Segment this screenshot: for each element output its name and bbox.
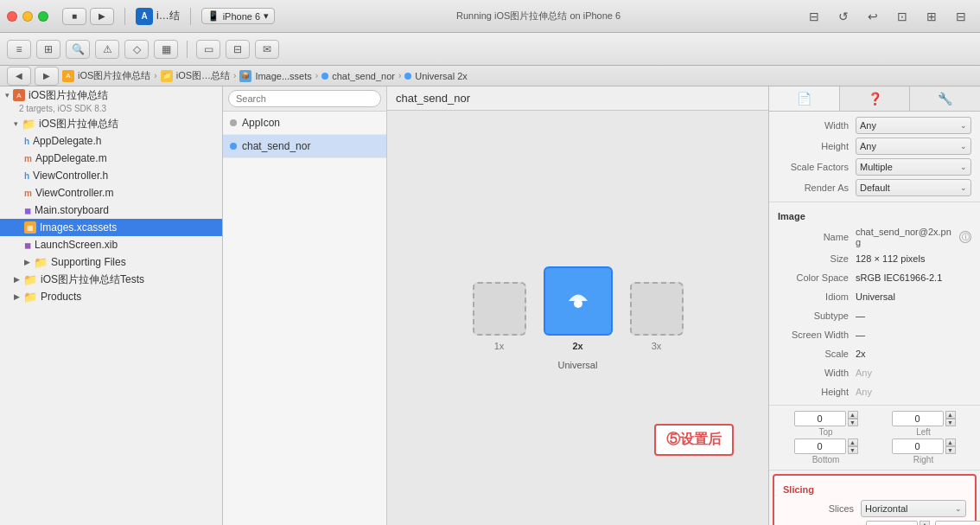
storyboard-icon: ◼ [24,206,31,215]
toolbar-split2-btn[interactable]: ⊟ [226,40,250,59]
breadcrumb-asset[interactable]: chat_send_nor [321,71,395,81]
breadcrumb-project[interactable]: A iOS图片拉伸总结 [62,69,150,82]
top-input[interactable] [794,411,846,426]
h-icon2: h [24,171,29,181]
slices-label: Slices [783,503,861,514]
width-select[interactable]: Any ⌄ [856,117,971,134]
titlebar-divider [124,8,125,25]
scale-label: Scale [778,349,856,359]
toolbar-mail-btn[interactable]: ✉ [255,40,279,59]
tab-identity-inspector[interactable]: 🔧 [910,86,980,111]
toolbar-grid-btn[interactable]: ⊞ [36,40,60,59]
render-as-value: Default [860,182,890,193]
chevron-down-icon4: ⌄ [960,183,967,192]
slot-box-3x[interactable] [630,282,684,336]
sidebar-item-appdelegate-m[interactable]: m AppDelegate.m [0,150,222,167]
sidebar-item-project[interactable]: ▾ A iOS图片拉伸总结 [0,86,222,104]
inspector-toggle-btn[interactable]: ⊡ [890,8,914,25]
toolbar-search-btn[interactable]: 🔍 [66,40,90,59]
left-stepper-up[interactable]: ▲ [945,411,956,419]
left-stepper-down[interactable]: ▼ [945,419,956,426]
sidebar-item-group[interactable]: ▾ 📁 iOS图片拉伸总结 [0,115,222,132]
xcassets-icon2: ▦ [24,221,36,234]
top-stepper-down[interactable]: ▼ [848,419,858,426]
slicing-left-input[interactable] [866,521,918,525]
scale-factors-select[interactable]: Multiple ⌄ [856,158,971,176]
minimize-button[interactable] [22,11,33,22]
render-as-select[interactable]: Default ⌄ [856,179,971,196]
sidebar-item-products[interactable]: ▶ 📁 Products [0,288,222,305]
main-area: ▾ A iOS图片拉伸总结 2 targets, iOS SDK 8.3 ▾ 📁… [0,86,980,525]
scheme-selector[interactable]: 📱 iPhone 6 ▾ [201,8,275,24]
asset-item-chat-send-nor[interactable]: chat_send_nor [223,135,386,158]
align-input-right: ▲ ▼ [892,439,956,454]
sidebar-item-tests[interactable]: ▶ 📁 iOS图片拉伸总结Tests [0,271,222,288]
breadcrumb-back-btn[interactable]: ◀ [7,67,31,86]
sidebar-group-label: iOS图片拉伸总结 [39,117,217,131]
top-stepper-up[interactable]: ▲ [848,411,858,419]
right-input[interactable] [892,439,944,454]
chevron-down-icon5: ⌄ [955,504,962,513]
height-select[interactable]: Any ⌄ [856,138,971,155]
sidebar-project-subtitle: 2 targets, iOS SDK 8.3 [0,104,222,115]
asset-item-appicon[interactable]: AppIcon [223,112,386,135]
sidebar-item-xib[interactable]: ◼ LaunchScreen.xib [0,236,222,253]
breadcrumb-group[interactable]: 📁 iOS图…总结 [161,69,230,82]
sidebar-item-supporting[interactable]: ▶ 📁 Supporting Files [0,253,222,271]
sidebar-item-storyboard[interactable]: ◼ Main.storyboard [0,202,222,219]
titlebar: ■ ▶ A i…结 📱 iPhone 6 ▾ Running iOS图片拉伸总结… [0,0,980,33]
asset-name-appicon: AppIcon [242,117,280,129]
toolbar-nav-btn[interactable]: ≡ [7,40,31,59]
bottom-stepper-up[interactable]: ▲ [848,439,858,446]
refresh-btn[interactable]: ↺ [831,8,856,25]
close-button[interactable] [7,11,17,22]
breadcrumb-forward-btn[interactable]: ▶ [35,67,59,86]
idiom-label: Idiom [778,291,856,302]
breadcrumb-arrow3: › [315,71,318,80]
asset-search-input[interactable] [228,90,381,107]
right-stepper-down[interactable]: ▼ [945,446,956,454]
bottom-input[interactable] [794,439,846,454]
left-input[interactable] [892,411,944,426]
sidebar-item-viewcontroller-m[interactable]: m ViewController.m [0,184,222,202]
toolbar-split-btn[interactable]: ▭ [196,40,220,59]
utilities-toggle-btn[interactable]: ⊟ [949,8,973,25]
tab-help-inspector[interactable]: ❓ [840,86,911,111]
folder-icon2: 📁 [34,256,48,269]
tab-file-inspector[interactable]: 📄 [769,86,840,111]
slot-box-1x[interactable] [473,282,526,336]
stop-button[interactable]: ■ [62,8,86,25]
toolbar-list-btn[interactable]: ▦ [154,40,178,59]
task-title: Running iOS图片拉伸总结 on iPhone 6 [456,10,620,22]
chevron-down-icon3: ⌄ [960,163,967,171]
info-icon[interactable]: ⓘ [959,231,971,243]
navigator-toggle-btn[interactable]: ⊞ [920,8,944,25]
alignment-grid: ▲ ▼ Top ▲ ▼ Left [769,409,980,466]
panel-toggle-btn[interactable]: ⊟ [802,8,826,25]
scheme-icon: 📱 [207,10,220,22]
toolbar-separator [187,41,188,58]
slicing-left-up[interactable]: ▲ [920,521,930,525]
breadcrumb-xcassets[interactable]: 📦 Image...ssets [239,70,311,82]
toolbar-warning-btn[interactable]: ⚠ [95,40,119,59]
run-button[interactable]: ▶ [90,8,114,25]
prop-row-size: Size 128 × 112 pixels [769,249,980,268]
app-short-name: i…结 [156,9,180,23]
asset-name-chat: chat_send_nor [242,140,310,152]
titlebar-controls: ■ ▶ [62,8,114,25]
sidebar-item-appdelegate-h[interactable]: h AppDelegate.h [0,132,222,150]
breadcrumb-arrow1: › [154,71,156,80]
traffic-lights [7,11,48,22]
slices-select[interactable]: Horizontal ⌄ [861,500,966,517]
slot-box-2x[interactable] [544,266,613,336]
name-value: chat_send_nor@2x.png [856,227,956,247]
sidebar-item-viewcontroller-h[interactable]: h ViewController.h [0,167,222,184]
toolbar-bookmark-btn[interactable]: ◇ [124,40,149,59]
sidebar-item-xcassets[interactable]: ▦ Images.xcassets [0,219,222,236]
bottom-stepper-down[interactable]: ▼ [848,446,858,454]
right-stepper-up[interactable]: ▲ [945,439,956,446]
back-btn[interactable]: ↩ [861,8,885,25]
breadcrumb-slot[interactable]: Universal 2x [404,71,468,81]
slicing-right-input[interactable] [935,521,980,525]
maximize-button[interactable] [38,11,48,22]
